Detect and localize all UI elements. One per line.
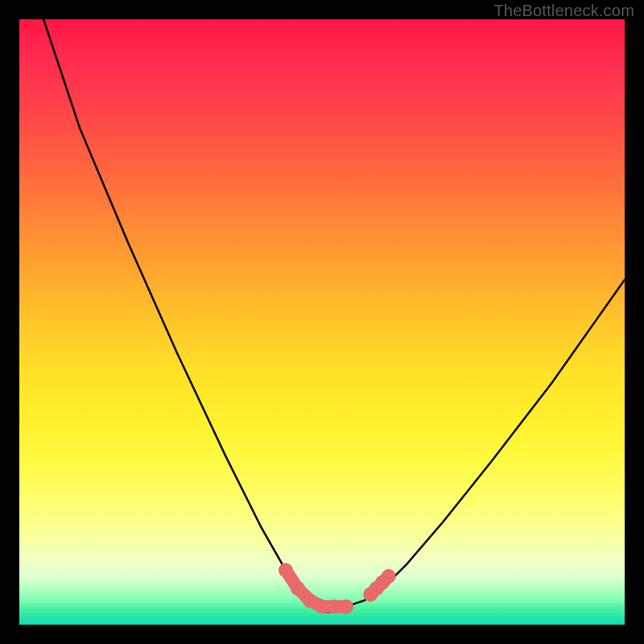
plot-area [19,19,625,625]
chart-frame: TheBottleneck.com [0,0,644,644]
watermark-text: TheBottleneck.com [493,2,634,20]
bottom-band-stripes [19,580,625,625]
